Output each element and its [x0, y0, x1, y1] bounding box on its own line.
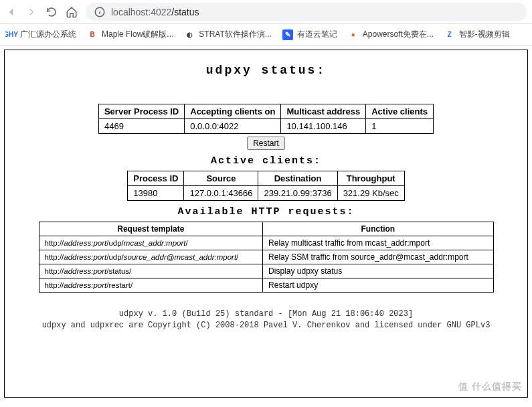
- bookmark-label: 有道云笔记: [297, 29, 337, 40]
- server-info-table: Server Process IDAccepting clients onMul…: [98, 104, 434, 134]
- request-template-cell: http://address:port/udp/source_addr@mcas…: [39, 250, 263, 264]
- forward-button[interactable]: [25, 6, 37, 18]
- footer-copyright: udpxy and udpxrec are Copyright (C) 2008…: [15, 320, 517, 331]
- table-row: 13980127.0.0.1:43666239.21.0.99:3736321.…: [128, 186, 405, 201]
- page-content: udpxy status: Server Process IDAccepting…: [4, 50, 528, 398]
- table-row: http://address:port/status/Display udpxy…: [39, 264, 493, 278]
- table-row: http://address:port/udp/source_addr@mcas…: [39, 250, 493, 264]
- bookmarks-bar: GHY广汇源办公系统BMaple Flow破解版...◐STRAT软件操作演..…: [0, 24, 532, 46]
- reload-button[interactable]: [46, 6, 58, 18]
- address-bar[interactable]: localhost:4022/status: [86, 3, 527, 21]
- bookmark-icon: ✎: [282, 29, 293, 40]
- table-cell: 0.0.0.0:4022: [185, 119, 281, 134]
- request-template-cell: http://address:port/status/: [39, 264, 263, 278]
- restart-button[interactable]: Restart: [247, 137, 285, 150]
- function-cell: Display udpxy status: [263, 264, 493, 278]
- back-button[interactable]: [5, 6, 17, 18]
- bookmark-icon: B: [87, 29, 98, 40]
- function-cell: Relay SSM traffic from source_addr@mcast…: [263, 250, 493, 264]
- table-row: http://address:port/restart/Restart udpx…: [39, 278, 493, 293]
- bookmark-icon: ●: [348, 29, 359, 40]
- request-template-cell: http://address:port/restart/: [39, 278, 263, 293]
- url-text: localhost:4022/status: [111, 7, 199, 17]
- table-header: Destination: [258, 171, 337, 186]
- table-row: http://address:port/udp/mcast_addr:mport…: [39, 236, 493, 250]
- table-cell: 239.21.0.99:3736: [258, 186, 337, 201]
- table-cell: 13980: [128, 186, 184, 201]
- active-clients-table: Process IDSourceDestinationThroughput 13…: [127, 171, 405, 201]
- bookmark-label: Apowersoft免费在...: [363, 29, 434, 40]
- bookmark-item[interactable]: ✎有道云笔记: [282, 29, 337, 40]
- request-template-cell: http://address:port/udp/mcast_addr:mport…: [39, 236, 263, 250]
- watermark: 值 什么值得买: [458, 381, 522, 393]
- page-title: udpxy status:: [15, 64, 517, 77]
- bookmark-label: STRAT软件操作演...: [199, 29, 271, 40]
- browser-toolbar: localhost:4022/status: [0, 0, 532, 24]
- bookmark-label: 广汇源办公系统: [20, 29, 76, 40]
- footer: udpxy v. 1.0 (Build 25) standard - [Mon …: [15, 309, 517, 331]
- table-header: Accepting clients on: [185, 104, 281, 119]
- bookmark-icon: ◐: [184, 29, 195, 40]
- table-cell: 321.29 Kb/sec: [337, 186, 404, 201]
- bookmark-item[interactable]: GHY广汇源办公系统: [5, 29, 76, 40]
- function-cell: Relay multicast traffic from mcast_addr:…: [263, 236, 493, 250]
- table-cell: 1: [366, 119, 434, 134]
- bookmark-item[interactable]: ●Apowersoft免费在...: [348, 29, 434, 40]
- table-cell: 4469: [98, 119, 184, 134]
- function-cell: Restart udpxy: [263, 278, 493, 293]
- active-clients-heading: Active clients:: [15, 155, 517, 167]
- bookmark-item[interactable]: ◐STRAT软件操作演...: [184, 29, 271, 40]
- table-cell: 10.141.100.146: [281, 119, 366, 134]
- http-requests-table: Request templateFunction http://address:…: [39, 222, 494, 293]
- footer-version: udpxy v. 1.0 (Build 25) standard - [Mon …: [15, 309, 517, 320]
- table-header: Active clients: [366, 104, 434, 119]
- table-header: Request template: [39, 222, 263, 236]
- table-header: Server Process ID: [98, 104, 184, 119]
- bookmark-item[interactable]: Z智影-视频剪辑: [444, 29, 510, 40]
- bookmark-icon: Z: [444, 29, 455, 40]
- table-header: Function: [263, 222, 493, 236]
- bookmark-icon: GHY: [5, 29, 16, 40]
- table-cell: 127.0.0.1:43666: [184, 186, 258, 201]
- table-header: Source: [184, 171, 258, 186]
- table-header: Throughput: [337, 171, 404, 186]
- bookmark-label: Maple Flow破解版...: [102, 29, 173, 40]
- table-header: Multicast address: [281, 104, 366, 119]
- home-button[interactable]: [66, 6, 78, 18]
- table-header: Process ID: [128, 171, 184, 186]
- info-icon: [94, 6, 106, 18]
- bookmark-item[interactable]: BMaple Flow破解版...: [87, 29, 173, 40]
- bookmark-label: 智影-视频剪辑: [459, 29, 510, 40]
- http-requests-heading: Available HTTP requests:: [15, 206, 517, 218]
